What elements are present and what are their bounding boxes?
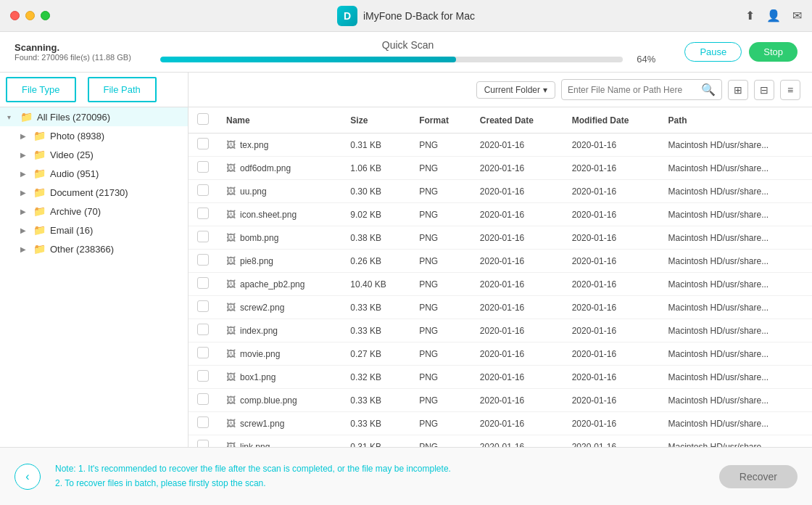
sidebar-item-photo[interactable]: ▶ 📁 Photo (8938)	[0, 126, 188, 145]
row-size: 9.02 KB	[341, 203, 410, 226]
col-format[interactable]: Format	[410, 107, 471, 134]
row-checkbox[interactable]	[188, 157, 218, 180]
row-checkbox[interactable]	[188, 250, 218, 273]
row-format: PNG	[410, 412, 471, 435]
row-checkbox[interactable]	[188, 389, 218, 412]
row-checkbox[interactable]	[188, 134, 218, 157]
row-checkbox[interactable]	[188, 366, 218, 389]
row-path: Macintosh HD/usr/share...	[659, 435, 812, 448]
col-checkbox[interactable]	[188, 107, 218, 134]
table-header: Name Size Format Created Date Modified D…	[188, 107, 812, 134]
row-checkbox[interactable]	[188, 319, 218, 342]
sidebar-label-archive: Archive (70)	[50, 206, 101, 217]
share-icon[interactable]: ⬆	[745, 9, 755, 22]
table-row[interactable]: 🖼 box1.png 0.32 KB PNG 2020-01-16 2020-0…	[188, 366, 812, 389]
row-modified: 2020-01-16	[563, 412, 660, 435]
sidebar-item-document[interactable]: ▶ 📁 Document (21730)	[0, 183, 188, 202]
row-modified: 2020-01-16	[563, 435, 660, 448]
search-box[interactable]: 🔍	[561, 79, 722, 100]
row-checkbox[interactable]	[188, 412, 218, 435]
file-icon: 🖼	[226, 255, 236, 266]
table-row[interactable]: 🖼 odf6odm.png 1.06 KB PNG 2020-01-16 202…	[188, 157, 812, 180]
row-name: 🖼 box1.png	[218, 366, 341, 389]
row-name-text: movie.png	[240, 349, 280, 359]
table-row[interactable]: 🖼 uu.png 0.30 KB PNG 2020-01-16 2020-01-…	[188, 180, 812, 203]
sidebar-item-archive[interactable]: ▶ 📁 Archive (70)	[0, 202, 188, 221]
table-body: 🖼 tex.png 0.31 KB PNG 2020-01-16 2020-01…	[188, 134, 812, 448]
row-format: PNG	[410, 319, 471, 342]
row-checkbox[interactable]	[188, 342, 218, 366]
table-row[interactable]: 🖼 tex.png 0.31 KB PNG 2020-01-16 2020-01…	[188, 134, 812, 157]
filter-icon[interactable]: ⊞	[728, 80, 748, 100]
row-modified: 2020-01-16	[563, 389, 660, 412]
table-row[interactable]: 🖼 link.png 0.31 KB PNG 2020-01-16 2020-0…	[188, 435, 812, 448]
table-row[interactable]: 🖼 pie8.png 0.26 KB PNG 2020-01-16 2020-0…	[188, 250, 812, 273]
row-path: Macintosh HD/usr/share...	[659, 203, 812, 226]
sidebar-item-email[interactable]: ▶ 📁 Email (16)	[0, 221, 188, 239]
row-checkbox[interactable]	[188, 273, 218, 296]
table-row[interactable]: 🖼 icon.sheet.png 9.02 KB PNG 2020-01-16 …	[188, 203, 812, 226]
folder-select-dropdown[interactable]: Current Folder ▾	[476, 81, 555, 99]
folder-select-label: Current Folder	[484, 85, 540, 95]
row-size: 0.32 KB	[341, 366, 410, 389]
row-path: Macintosh HD/usr/share...	[659, 412, 812, 435]
minimize-button[interactable]	[25, 11, 35, 20]
row-checkbox[interactable]	[188, 435, 218, 448]
file-icon: 🖼	[226, 325, 236, 336]
row-modified: 2020-01-16	[563, 366, 660, 389]
col-modified[interactable]: Modified Date	[563, 107, 660, 134]
stop-button[interactable]: Stop	[749, 42, 798, 62]
tab-file-path[interactable]: File Path	[88, 77, 157, 102]
progress-row: 64%	[160, 54, 656, 65]
row-checkbox[interactable]	[188, 226, 218, 250]
search-input[interactable]	[568, 85, 698, 95]
file-icon: 🖼	[226, 441, 236, 447]
list-view-icon[interactable]: ≡	[780, 80, 800, 100]
chevron-right-icon: ▶	[20, 226, 29, 234]
maximize-button[interactable]	[41, 11, 50, 20]
folder-photo-icon: 📁	[33, 130, 46, 141]
file-icon: 🖼	[226, 139, 236, 150]
row-created: 2020-01-16	[471, 435, 563, 448]
col-created[interactable]: Created Date	[471, 107, 563, 134]
row-name-text: tex.png	[240, 140, 268, 150]
back-button[interactable]: ‹	[14, 464, 41, 490]
file-icon: 🖼	[226, 232, 236, 243]
row-name-text: box1.png	[240, 372, 276, 382]
grid-view-icon[interactable]: ⊟	[754, 80, 774, 100]
chevron-right-icon: ▶	[20, 151, 29, 159]
user-icon[interactable]: 👤	[766, 9, 781, 22]
row-created: 2020-01-16	[471, 366, 563, 389]
table-row[interactable]: 🖼 bomb.png 0.38 KB PNG 2020-01-16 2020-0…	[188, 226, 812, 250]
sidebar-item-all-files[interactable]: ▾ 📁 All Files (270096)	[0, 107, 188, 126]
table-row[interactable]: 🖼 comp.blue.png 0.33 KB PNG 2020-01-16 2…	[188, 389, 812, 412]
recover-button[interactable]: Recover	[719, 465, 798, 488]
col-path[interactable]: Path	[659, 107, 812, 134]
search-icon[interactable]: 🔍	[701, 83, 716, 97]
sidebar-item-other[interactable]: ▶ 📁 Other (238366)	[0, 239, 188, 258]
row-checkbox[interactable]	[188, 296, 218, 319]
sidebar-item-audio[interactable]: ▶ 📁 Audio (951)	[0, 164, 188, 183]
sidebar-item-video[interactable]: ▶ 📁 Video (25)	[0, 145, 188, 164]
file-icon: 🖼	[226, 395, 236, 406]
mail-icon[interactable]: ✉	[792, 9, 802, 22]
tab-file-type[interactable]: File Type	[6, 77, 76, 102]
col-name[interactable]: Name	[218, 107, 341, 134]
table-row[interactable]: 🖼 screw1.png 0.33 KB PNG 2020-01-16 2020…	[188, 412, 812, 435]
row-format: PNG	[410, 296, 471, 319]
pause-button[interactable]: Pause	[684, 42, 742, 62]
tab-left-area: File Type File Path	[0, 73, 188, 107]
table-row[interactable]: 🖼 index.png 0.33 KB PNG 2020-01-16 2020-…	[188, 319, 812, 342]
table-row[interactable]: 🖼 apache_pb2.png 10.40 KB PNG 2020-01-16…	[188, 273, 812, 296]
col-size[interactable]: Size	[341, 107, 410, 134]
window-controls	[10, 11, 50, 20]
close-button[interactable]	[10, 11, 20, 20]
table-row[interactable]: 🖼 movie.png 0.27 KB PNG 2020-01-16 2020-…	[188, 342, 812, 366]
row-modified: 2020-01-16	[563, 250, 660, 273]
row-format: PNG	[410, 157, 471, 180]
row-name-text: link.png	[240, 442, 270, 448]
row-checkbox[interactable]	[188, 180, 218, 203]
row-name: 🖼 screw2.png	[218, 296, 341, 319]
table-row[interactable]: 🖼 screw2.png 0.33 KB PNG 2020-01-16 2020…	[188, 296, 812, 319]
row-checkbox[interactable]	[188, 203, 218, 226]
